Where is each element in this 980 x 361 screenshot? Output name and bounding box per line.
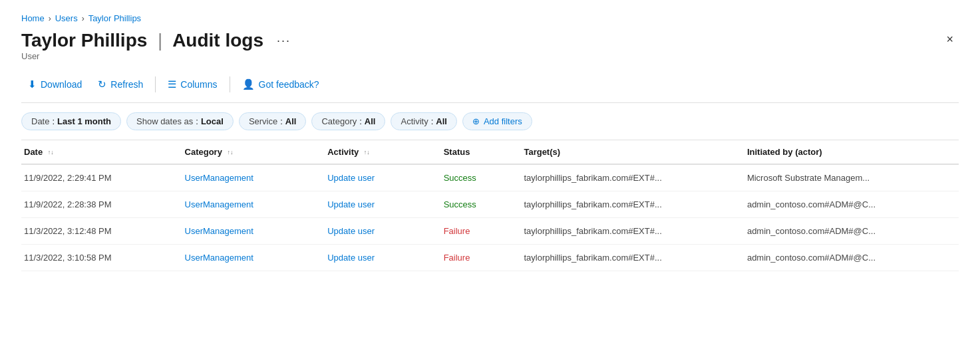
col-header-activity[interactable]: Activity ↑↓	[325, 140, 440, 164]
cell-targets-1: taylorphillips_fabrikam.com#EXT#...	[521, 191, 744, 218]
download-button[interactable]: ⬇ Download	[21, 74, 88, 94]
title-separator: |	[158, 30, 162, 51]
columns-label: Columns	[180, 79, 217, 90]
cell-date-1: 11/9/2022, 2:28:38 PM	[21, 191, 182, 218]
filters-row: Date : Last 1 month Show dates as : Loca…	[21, 103, 959, 140]
table-row[interactable]: 11/3/2022, 3:10:58 PM UserManagement Upd…	[21, 245, 959, 271]
download-label: Download	[41, 79, 82, 90]
cell-status-1: Success	[441, 191, 522, 218]
cell-date-0: 11/9/2022, 2:29:41 PM	[21, 164, 182, 191]
activity-sort-icon: ↑↓	[364, 150, 370, 156]
audit-logs-table: Date ↑↓ Category ↑↓ Activity ↑↓ Status T…	[21, 140, 959, 271]
more-options-button[interactable]: ···	[271, 31, 296, 51]
refresh-button[interactable]: ↻ Refresh	[91, 74, 150, 94]
category-filter[interactable]: Category : All	[311, 112, 385, 130]
cell-status-0: Success	[441, 164, 522, 191]
feedback-icon: 👤	[242, 78, 255, 90]
cell-initiated-0: Microsoft Substrate Managem...	[744, 164, 959, 191]
columns-icon: ☰	[168, 78, 176, 90]
cell-category-3: UserManagement	[182, 245, 325, 271]
category-sort-icon: ↑↓	[228, 150, 234, 156]
cell-targets-3: taylorphillips_fabrikam.com#EXT#...	[521, 245, 744, 271]
service-filter-label: Service	[249, 116, 277, 126]
feedback-button[interactable]: 👤 Got feedback?	[236, 74, 326, 94]
breadcrumb-current[interactable]: Taylor Phillips	[88, 13, 141, 23]
cell-date-3: 11/3/2022, 3:10:58 PM	[21, 245, 182, 271]
table-row[interactable]: 11/3/2022, 3:12:48 PM UserManagement Upd…	[21, 218, 959, 245]
col-header-date[interactable]: Date ↑↓	[21, 140, 182, 164]
cell-initiated-2: admin_contoso.com#ADM#@C...	[744, 218, 959, 245]
cell-category-1: UserManagement	[182, 191, 325, 218]
breadcrumb: Home › Users › Taylor Phillips	[21, 13, 959, 23]
audit-logs-table-container: Date ↑↓ Category ↑↓ Activity ↑↓ Status T…	[21, 140, 959, 271]
table-header-row: Date ↑↓ Category ↑↓ Activity ↑↓ Status T…	[21, 140, 959, 164]
breadcrumb-users[interactable]: Users	[55, 13, 78, 23]
show-dates-value: Local	[201, 116, 224, 126]
breadcrumb-sep1: ›	[49, 14, 51, 23]
date-filter[interactable]: Date : Last 1 month	[21, 112, 121, 130]
add-filters-label: Add filters	[484, 116, 522, 126]
activity-filter[interactable]: Activity : All	[391, 112, 456, 130]
page-subtitle: User	[21, 51, 296, 61]
activity-filter-label: Activity	[401, 116, 428, 126]
cell-initiated-3: admin_contoso.com#ADM#@C...	[744, 245, 959, 271]
close-button[interactable]: ×	[941, 30, 959, 49]
cell-category-0: UserManagement	[182, 164, 325, 191]
breadcrumb-sep2: ›	[82, 14, 84, 23]
columns-button[interactable]: ☰ Columns	[161, 74, 224, 94]
cell-initiated-1: admin_contoso.com#ADM#@C...	[744, 191, 959, 218]
cell-status-2: Failure	[441, 218, 522, 245]
col-header-status: Status	[441, 140, 522, 164]
cell-activity-3: Update user	[325, 245, 440, 271]
feedback-label: Got feedback?	[259, 79, 319, 90]
toolbar-separator-2	[230, 76, 230, 92]
table-row[interactable]: 11/9/2022, 2:29:41 PM UserManagement Upd…	[21, 164, 959, 191]
refresh-label: Refresh	[110, 79, 143, 90]
col-header-targets: Target(s)	[521, 140, 744, 164]
toolbar: ⬇ Download ↻ Refresh ☰ Columns 👤 Got fee…	[21, 74, 959, 103]
col-header-initiated: Initiated by (actor)	[744, 140, 959, 164]
refresh-icon: ↻	[98, 78, 106, 90]
page-title: Taylor Phillips | Audit logs	[21, 30, 263, 51]
show-dates-filter[interactable]: Show dates as : Local	[126, 112, 234, 130]
cell-targets-0: taylorphillips_fabrikam.com#EXT#...	[521, 164, 744, 191]
cell-activity-1: Update user	[325, 191, 440, 218]
service-filter[interactable]: Service : All	[239, 112, 307, 130]
download-icon: ⬇	[28, 78, 37, 90]
activity-filter-value: All	[436, 116, 447, 126]
toolbar-separator-1	[155, 76, 156, 92]
date-filter-label: Date	[31, 116, 49, 126]
breadcrumb-home[interactable]: Home	[21, 13, 45, 23]
cell-activity-0: Update user	[325, 164, 440, 191]
cell-date-2: 11/3/2022, 3:12:48 PM	[21, 218, 182, 245]
category-filter-label: Category	[321, 116, 357, 126]
date-sort-icon: ↑↓	[48, 150, 54, 156]
add-filters-icon: ⊕	[472, 116, 480, 126]
service-filter-value: All	[285, 116, 297, 126]
user-name: Taylor Phillips	[21, 30, 147, 51]
add-filters-button[interactable]: ⊕ Add filters	[462, 112, 532, 130]
category-filter-value: All	[365, 116, 376, 126]
cell-activity-2: Update user	[325, 218, 440, 245]
cell-category-2: UserManagement	[182, 218, 325, 245]
page-section-title: Audit logs	[172, 30, 263, 51]
cell-targets-2: taylorphillips_fabrikam.com#EXT#...	[521, 218, 744, 245]
col-header-category[interactable]: Category ↑↓	[182, 140, 325, 164]
show-dates-label: Show dates as	[136, 116, 193, 126]
table-row[interactable]: 11/9/2022, 2:28:38 PM UserManagement Upd…	[21, 191, 959, 218]
cell-status-3: Failure	[441, 245, 522, 271]
date-filter-value: Last 1 month	[57, 116, 111, 126]
